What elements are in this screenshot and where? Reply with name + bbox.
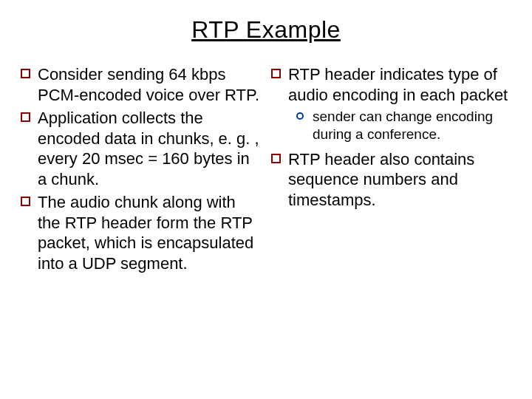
list-item-text: RTP header also contains sequence number… (288, 149, 511, 211)
sub-list-item: sender can change encoding during a conf… (296, 108, 511, 143)
list-item-text: Consider sending 64 kbps PCM-encoded voi… (38, 64, 261, 105)
list-item: RTP header indicates type of audio encod… (271, 64, 511, 105)
list-item: The audio chunk along with the RTP heade… (21, 192, 261, 273)
list-item: Consider sending 64 kbps PCM-encoded voi… (21, 64, 261, 105)
square-bullet-icon (21, 197, 30, 206)
right-column: RTP header indicates type of audio encod… (271, 64, 511, 276)
list-item-text: Application collects the encoded data in… (38, 108, 261, 189)
square-bullet-icon (271, 154, 281, 163)
list-item: RTP header also contains sequence number… (271, 149, 511, 211)
list-item-text: The audio chunk along with the RTP heade… (38, 192, 261, 273)
sub-list-item-text: sender can change encoding during a conf… (313, 108, 511, 143)
square-bullet-icon (21, 69, 30, 78)
slide: RTP Example Consider sending 64 kbps PCM… (0, 0, 532, 399)
content-columns: Consider sending 64 kbps PCM-encoded voi… (21, 64, 511, 276)
circle-bullet-icon (296, 112, 304, 120)
square-bullet-icon (271, 69, 281, 78)
left-column: Consider sending 64 kbps PCM-encoded voi… (21, 64, 261, 276)
list-item: Application collects the encoded data in… (21, 108, 261, 189)
slide-title: RTP Example (21, 16, 511, 44)
square-bullet-icon (21, 112, 30, 122)
list-item-text: RTP header indicates type of audio encod… (288, 64, 511, 105)
